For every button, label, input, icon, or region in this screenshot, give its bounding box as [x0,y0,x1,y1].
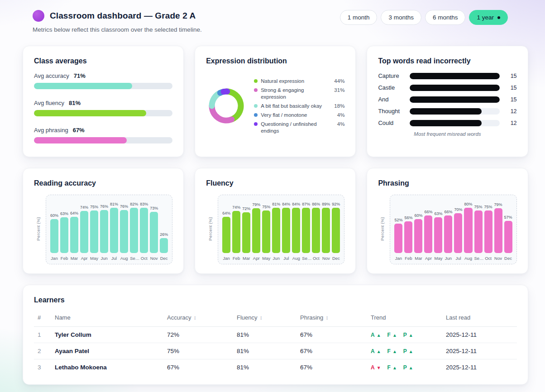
trend-down-icon: ▼ [377,365,381,370]
word-row: Could12 [378,120,516,126]
word-bar-track [410,96,499,103]
bar-column: 84% [282,200,290,253]
legend-item: Strong & engaging expression31% [254,87,344,100]
donut-slice [226,91,241,120]
timeline-pill-label: 3 months [388,14,414,21]
y-axis-label: Percent (%) [380,209,385,249]
legend-value: 18% [329,103,344,110]
expression-donut-wrap: Natural expression44%Strong & engaging e… [206,78,344,134]
bar [414,219,422,253]
x-axis-labels: JanFebMarAprMayJunJulAugSe…OctNovDec [221,256,341,261]
classroom-dashboard-page: Classroom dashboard — Grade 2 A Metrics … [0,0,545,385]
column-header-label: Phrasing [300,314,323,321]
trend-letter: F [387,364,391,371]
bar-column: 76% [100,200,108,253]
bar-column: 81% [272,200,280,253]
cell-last-read: 2025-12-11 [442,327,517,343]
bar-column: 75% [484,200,492,253]
bar-column: 64% [222,200,230,253]
cell-row-number: 1 [34,327,51,343]
cell-accuracy: 72% [163,327,233,343]
sort-icon[interactable]: ↕ [193,315,196,321]
sort-icon[interactable]: ↕ [260,315,263,321]
trend-a-up: A▲ [371,332,381,338]
column-header--: # [34,311,51,327]
bar-value-label: 63% [60,211,68,216]
word-row: Capture15 [378,72,516,79]
x-axis-tick: Jul [282,256,290,261]
selected-dot [497,16,500,19]
app-logo-icon [33,10,44,22]
x-axis-labels: JanFebMarAprMayJunJulAugSe…OctNovDec [49,256,169,261]
x-axis-tick: May [262,256,270,261]
bar-column: 60% [50,200,58,253]
expression-distribution-title: Expression distribution [206,57,344,65]
word-bar-fill [410,73,499,79]
column-header-phrasing[interactable]: Phrasing↕ [296,311,367,327]
y-axis-label: Percent (%) [208,209,213,249]
bar-column: 75% [90,200,98,253]
chart-panel: 52%56%60%66%63%66%70%80%75%75%79%57%JanF… [390,195,516,264]
x-axis-tick: Jun [272,256,280,261]
bar-value-label: 75% [90,205,98,209]
x-axis-tick: Jul [110,256,118,261]
bar-value-label: 52% [394,218,402,222]
donut-slice [224,91,227,92]
bar-value-label: 84% [292,202,300,206]
bar-column: 73% [150,200,158,253]
fluency-chart: Percent (%)64%74%72%79%75%81%84%84%87%86… [218,195,344,264]
bars-area: 52%56%60%66%63%66%70%80%75%75%79%57% [393,200,513,253]
word-label: Thought [378,108,405,115]
metric-avg-fluency: Avg fluency81% [34,100,172,116]
cell-phrasing: 67% [296,327,367,343]
bar [242,212,250,253]
timeline-pill-1-month[interactable]: 1 month [340,10,378,25]
bar-column: 56% [404,200,412,253]
metric-label: Avg fluency [34,100,64,106]
bar-value-label: 73% [150,206,158,210]
cell-row-number: 3 [34,359,51,376]
bar-column: 74% [232,200,240,253]
bar-value-label: 60% [50,213,58,218]
legend-label: A bit flat but basically okay [261,103,329,110]
bar-value-label: 89% [322,202,330,206]
timeline-pill-1-year[interactable]: 1 year [469,10,508,25]
table-row: 3Lethabo Mokoena67%81%67%A▼F▲P▲2025-12-1… [34,359,517,376]
bar-value-label: 66% [424,210,432,214]
metric-progress-fill [34,137,127,143]
bar [110,208,118,253]
legend-dot [254,113,258,117]
bar [252,208,260,253]
legend-dot [254,88,258,92]
bar [474,210,483,253]
bar [444,215,452,253]
class-averages-metrics: Avg accuracy71%Avg fluency81%Avg phrasin… [34,72,172,143]
cell-row-number: 2 [34,343,51,359]
trend-up-icon: ▲ [409,365,413,370]
timeline-pill-3-months[interactable]: 3 months [381,10,421,25]
word-row: Thought12 [378,108,516,115]
word-label: Could [378,120,405,126]
bar-value-label: 81% [272,202,280,206]
x-axis-tick: Nov [150,256,158,261]
x-axis-tick: Se… [474,256,483,261]
column-header-accuracy[interactable]: Accuracy↕ [163,311,233,327]
bar-column: 74% [80,200,88,253]
x-axis-tick: Jun [444,256,452,261]
learners-title: Learners [34,296,517,304]
bar-value-label: 26% [160,232,168,237]
metric-label: Avg accuracy [34,72,69,79]
donut-slice [212,106,232,121]
word-count: 15 [504,96,517,103]
reading-accuracy-title: Reading accuracy [34,179,172,187]
column-header-fluency[interactable]: Fluency↕ [233,311,296,327]
timeline-pill-6-months[interactable]: 6 months [425,10,466,25]
bar [222,217,230,253]
x-axis-tick: Mar [414,256,422,261]
sort-icon[interactable]: ↕ [325,315,328,321]
bar [404,221,412,253]
x-axis-tick: Aug [120,256,128,261]
trend-up-icon: ▲ [377,349,381,354]
column-header-label: Last read [446,314,470,321]
bar [494,208,502,253]
